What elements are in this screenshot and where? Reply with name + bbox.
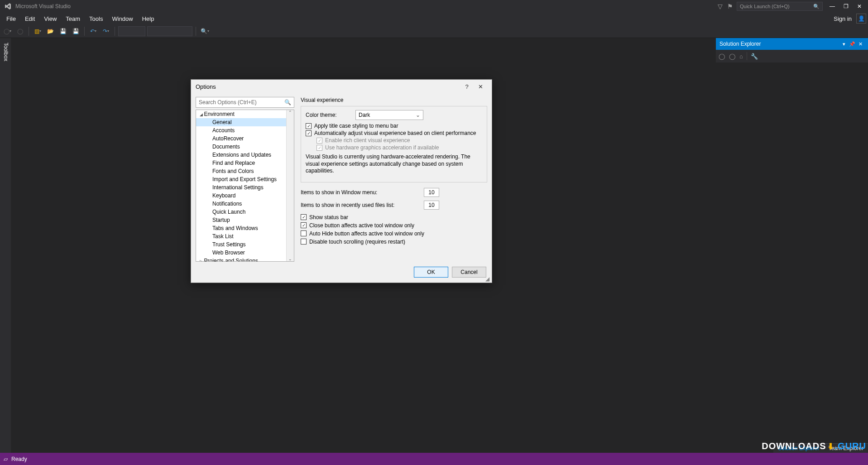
tree-documents[interactable]: Documents — [196, 143, 294, 151]
nav-back-button[interactable]: ◯ — [2, 26, 13, 37]
menu-window[interactable]: Window — [107, 14, 137, 24]
undo-button[interactable]: ↶ — [88, 26, 99, 37]
watermark-guru: .GURU — [835, 441, 866, 451]
tree-international[interactable]: International Settings — [196, 183, 294, 192]
autohide-affects-checkbox[interactable] — [301, 230, 307, 236]
menu-help[interactable]: Help — [138, 14, 159, 24]
status-ready: Ready — [11, 456, 27, 462]
show-status-checkbox[interactable] — [301, 214, 307, 220]
ok-button[interactable]: OK — [414, 267, 448, 278]
tree-find-replace[interactable]: Find and Replace — [196, 159, 294, 167]
visual-exp-info: Visual Studio is currently using hardwar… — [306, 153, 482, 175]
config-combo[interactable] — [118, 26, 145, 36]
sign-in-label: Sign in — [834, 15, 852, 22]
tree-task-list[interactable]: Task List — [196, 232, 294, 240]
tree-quick-launch[interactable]: Quick Launch — [196, 208, 294, 216]
tree-environment[interactable]: Environment — [196, 110, 294, 118]
solution-explorer-title: Solution Explorer — [719, 41, 761, 47]
watermark: DOWNLOADS ⬇ .GURU — [762, 441, 866, 451]
tree-general[interactable]: General — [196, 118, 294, 126]
find-in-files-button[interactable]: 🔍 — [199, 26, 210, 37]
tree-notifications[interactable]: Notifications — [196, 200, 294, 208]
dialog-help-icon[interactable]: ? — [460, 83, 474, 90]
quick-launch-input[interactable]: Quick Launch (Ctrl+Q) 🔍 — [737, 2, 823, 11]
app-title: Microsoft Visual Studio — [15, 3, 71, 10]
platform-combo[interactable] — [147, 26, 192, 36]
use-hw-label: Use hardware graphics acceleration if av… — [325, 144, 439, 151]
tree-trust-settings[interactable]: Trust Settings — [196, 240, 294, 249]
nav-forward-button[interactable]: ◯ — [14, 26, 25, 37]
sign-in-link[interactable]: Sign in — [829, 14, 856, 24]
save-button[interactable]: 💾 — [58, 26, 68, 37]
open-file-button[interactable]: 📂 — [45, 26, 56, 37]
tree-accounts[interactable]: Accounts — [196, 126, 294, 134]
disable-touch-label: Disable touch scrolling (requires restar… — [309, 239, 405, 245]
options-tree[interactable]: Environment General Accounts AutoRecover… — [196, 110, 294, 262]
tree-projects-solutions[interactable]: Projects and Solutions — [196, 257, 294, 262]
close-affects-checkbox[interactable] — [301, 222, 307, 228]
resize-grip-icon[interactable]: ◢ — [485, 276, 491, 282]
minimize-button[interactable]: — — [825, 0, 839, 12]
home-icon[interactable]: ⌂ — [739, 53, 743, 60]
menu-team[interactable]: Team — [61, 14, 85, 24]
dialog-title-bar: Options ? ✕ — [191, 80, 492, 93]
toolbox-tab[interactable]: Toolbox — [1, 39, 11, 65]
visual-exp-title: Visual experience — [301, 97, 487, 103]
options-search-input[interactable]: Search Options (Ctrl+E) 🔍 — [196, 97, 294, 108]
tree-startup[interactable]: Startup — [196, 216, 294, 224]
tree-autorecover[interactable]: AutoRecover — [196, 134, 294, 143]
tree-extensions[interactable]: Extensions and Updates — [196, 151, 294, 159]
menu-file[interactable]: File — [2, 14, 20, 24]
tree-fonts-colors[interactable]: Fonts and Colors — [196, 167, 294, 175]
apply-title-case-checkbox[interactable] — [306, 123, 312, 129]
panel-dropdown-icon[interactable]: ▾ — [840, 41, 848, 47]
title-bar: Microsoft Visual Studio ▽ ⚑ Quick Launch… — [0, 0, 868, 13]
disable-touch-checkbox[interactable] — [301, 239, 307, 244]
items-recent-label: Items to show in recently used files lis… — [301, 202, 424, 208]
nav-forward-icon[interactable]: ◯ — [729, 53, 736, 60]
close-affects-label: Close button affects active tool window … — [309, 222, 414, 229]
redo-button[interactable]: ↷ — [101, 26, 111, 37]
save-all-button[interactable]: 💾 — [70, 26, 81, 37]
solution-explorer-panel: Solution Explorer ▾ 📌 ✕ ◯ ◯ ⌂ 🔧 — [716, 38, 868, 62]
auto-adjust-label: Automatically adjust visual experience b… — [314, 130, 476, 136]
dialog-close-icon[interactable]: ✕ — [474, 83, 487, 90]
menu-edit[interactable]: Edit — [20, 14, 39, 24]
menu-tools[interactable]: Tools — [85, 14, 107, 24]
color-theme-label: Color theme: — [306, 112, 351, 118]
menu-view[interactable]: View — [39, 14, 61, 24]
items-window-input[interactable]: 10 — [424, 188, 439, 197]
auto-adjust-checkbox[interactable] — [306, 130, 312, 136]
nav-back-icon[interactable]: ◯ — [719, 53, 725, 60]
filter-icon[interactable]: ▽ — [718, 3, 723, 10]
tree-scrollbar[interactable] — [286, 110, 294, 261]
close-button[interactable]: ✕ — [853, 0, 866, 12]
apply-title-case-label: Apply title case styling to menu bar — [314, 123, 398, 129]
new-project-button[interactable]: ▧ — [32, 26, 43, 37]
avatar-icon[interactable]: 👤 — [856, 14, 866, 24]
color-theme-select[interactable]: Dark — [355, 110, 423, 120]
items-recent-input[interactable]: 10 — [424, 201, 439, 210]
properties-icon[interactable]: 🔧 — [751, 53, 758, 60]
tree-keyboard[interactable]: Keyboard — [196, 192, 294, 200]
watermark-downloads: DOWNLOADS — [762, 441, 826, 451]
tree-import-export[interactable]: Import and Export Settings — [196, 175, 294, 183]
tree-web-browser[interactable]: Web Browser — [196, 249, 294, 257]
panel-close-icon[interactable]: ✕ — [856, 41, 864, 47]
menu-bar: File Edit View Team Tools Window Help Si… — [0, 13, 868, 24]
status-bar: ▱ Ready — [0, 453, 868, 465]
color-theme-value: Dark — [359, 112, 370, 118]
panel-pin-icon[interactable]: 📌 — [848, 41, 856, 47]
download-arrow-icon: ⬇ — [827, 441, 834, 451]
search-icon: 🔍 — [813, 4, 820, 10]
solution-explorer-toolbar: ◯ ◯ ⌂ 🔧 — [716, 50, 868, 62]
items-window-label: Items to show in Window menu: — [301, 189, 424, 196]
options-search-placeholder: Search Options (Ctrl+E) — [199, 99, 257, 105]
tree-tabs-windows[interactable]: Tabs and Windows — [196, 224, 294, 232]
maximize-button[interactable]: ❐ — [839, 0, 853, 12]
quick-launch-placeholder: Quick Launch (Ctrl+Q) — [740, 4, 790, 9]
cancel-button[interactable]: Cancel — [452, 267, 486, 278]
use-hw-checkbox — [317, 145, 322, 151]
notification-icon[interactable]: ⚑ — [727, 3, 733, 10]
options-dialog: Options ? ✕ Search Options (Ctrl+E) 🔍 En… — [191, 79, 492, 283]
